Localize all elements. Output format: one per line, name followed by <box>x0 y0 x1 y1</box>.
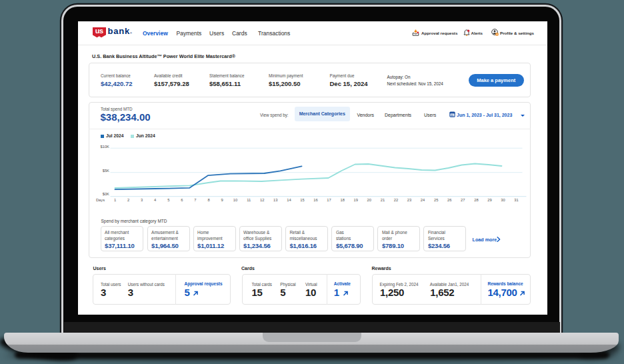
svg-text:26: 26 <box>447 198 451 202</box>
svg-text:21: 21 <box>380 198 384 202</box>
svg-text:2: 2 <box>127 198 129 202</box>
svg-text:31: 31 <box>514 198 518 202</box>
svg-text:23: 23 <box>407 198 411 202</box>
svg-text:Days: Days <box>95 198 104 202</box>
svg-text:6: 6 <box>181 198 183 202</box>
svg-text:13: 13 <box>273 198 277 202</box>
svg-text:$10K: $10K <box>100 145 109 149</box>
svg-text:29: 29 <box>487 198 491 202</box>
svg-text:22: 22 <box>393 198 397 202</box>
svg-text:18: 18 <box>340 198 344 202</box>
svg-text:20: 20 <box>367 198 371 202</box>
svg-text:$5K: $5K <box>102 169 109 173</box>
svg-text:8: 8 <box>207 198 209 202</box>
svg-text:$0K: $0K <box>102 192 109 196</box>
svg-text:10: 10 <box>233 198 237 202</box>
svg-text:12: 12 <box>260 198 264 202</box>
svg-text:27: 27 <box>461 198 465 202</box>
svg-text:24: 24 <box>420 198 425 202</box>
svg-text:5: 5 <box>167 198 169 202</box>
svg-text:7: 7 <box>194 198 196 202</box>
svg-text:28: 28 <box>474 198 478 202</box>
svg-text:30: 30 <box>501 198 505 202</box>
svg-text:19: 19 <box>353 198 357 202</box>
svg-text:11: 11 <box>247 198 251 202</box>
svg-text:16: 16 <box>313 198 317 202</box>
svg-text:14: 14 <box>287 198 291 202</box>
svg-text:25: 25 <box>433 198 437 202</box>
svg-text:4: 4 <box>154 198 157 202</box>
svg-text:9: 9 <box>221 198 223 202</box>
svg-text:17: 17 <box>327 198 331 202</box>
svg-text:3: 3 <box>140 198 142 202</box>
svg-text:1: 1 <box>113 198 115 202</box>
svg-text:15: 15 <box>300 198 304 202</box>
